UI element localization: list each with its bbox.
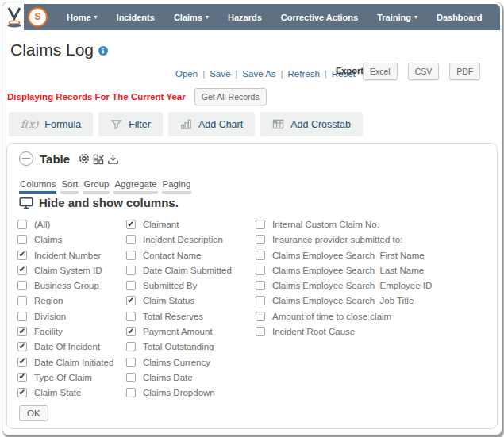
column-checkbox-row[interactable]: Submitted By — [126, 281, 232, 290]
column-checkbox[interactable] — [17, 251, 27, 260]
column-checkbox[interactable] — [126, 312, 136, 321]
column-checkbox[interactable] — [126, 358, 136, 367]
nav-menu-item[interactable]: Home ▾ — [57, 4, 107, 30]
column-checkbox-row[interactable]: Internal Custom Claim No. — [256, 220, 432, 229]
column-checkbox[interactable] — [17, 235, 27, 244]
info-icon[interactable] — [98, 46, 108, 56]
column-label: Date Claim Initiated — [34, 358, 113, 367]
column-checkbox[interactable] — [126, 373, 136, 382]
column-checkbox[interactable] — [17, 342, 27, 351]
collapse-icon[interactable] — [19, 151, 33, 166]
column-checkbox-row[interactable]: (All) — [17, 220, 113, 229]
column-checkbox[interactable] — [256, 296, 265, 305]
column-checkbox-row[interactable]: Claim State — [17, 388, 113, 397]
panel-tab[interactable]: Aggregate — [113, 179, 157, 194]
column-checkbox[interactable] — [17, 312, 27, 321]
vector-v-logo[interactable] — [4, 4, 24, 30]
column-checkbox[interactable] — [256, 220, 265, 229]
column-checkbox-row[interactable]: Type Of Claim — [17, 373, 113, 382]
column-checkbox[interactable] — [256, 281, 265, 290]
export-button[interactable]: PDF — [449, 63, 480, 80]
nav-menu-item[interactable]: Training ▾ — [367, 4, 427, 30]
column-checkbox[interactable] — [256, 312, 265, 321]
column-checkbox[interactable] — [126, 251, 136, 260]
industrysafe-badge-logo[interactable]: S — [28, 7, 48, 27]
column-checkbox-row[interactable]: Amount of time to close claim — [256, 312, 432, 321]
column-checkbox-row[interactable]: Date Claim Submitted — [126, 266, 232, 275]
column-checkbox[interactable] — [126, 342, 136, 351]
nav-menu-item[interactable]: Dashboard — [427, 4, 491, 30]
filter-button[interactable]: Filter — [98, 112, 163, 136]
column-checkbox-row[interactable]: Claims Currency — [126, 358, 232, 367]
column-checkbox-row[interactable]: Insurance provider submitted to: — [256, 235, 432, 244]
column-checkbox-row[interactable]: Date Claim Initiated — [17, 358, 113, 367]
export-button[interactable]: CSV — [408, 63, 440, 80]
column-checkbox-row[interactable]: Claimant — [126, 220, 232, 229]
column-checkbox-row[interactable]: Claims Date — [126, 373, 232, 382]
report-link[interactable]: Open — [175, 69, 198, 79]
column-checkbox-row[interactable]: Business Group — [17, 281, 113, 290]
export-button[interactable]: Excel — [363, 63, 398, 80]
column-checkbox-row[interactable]: Total Reserves — [126, 312, 232, 321]
column-checkbox-row[interactable]: Region — [17, 296, 113, 305]
nav-menu-item[interactable]: Hazards — [218, 4, 271, 30]
add-crosstab-button[interactable]: Add Crosstab — [260, 112, 363, 136]
column-checkbox-row[interactable]: Claims Employee Search Employee ID — [256, 281, 432, 290]
column-checkbox-row[interactable]: Claims Employee Search Last Name — [256, 266, 432, 275]
column-checkbox-row[interactable]: Incident Root Cause — [256, 327, 432, 336]
column-checkbox-row[interactable]: Contact Name — [126, 251, 232, 260]
formula-button[interactable]: f(x) Formula — [9, 112, 93, 136]
column-checkbox[interactable] — [256, 266, 265, 275]
column-checkbox[interactable] — [126, 388, 136, 397]
caret-down-icon: ▾ — [94, 14, 98, 21]
column-checkbox-row[interactable]: Date Of Incident — [17, 342, 113, 351]
column-checkbox[interactable] — [17, 327, 27, 336]
column-checkbox[interactable] — [126, 281, 136, 290]
panel-tab[interactable]: Group — [83, 179, 110, 194]
column-checkbox-row[interactable]: Incident Description — [126, 235, 232, 244]
column-checkbox[interactable] — [17, 220, 27, 229]
column-label: Claims Employee Search Last Name — [272, 266, 424, 275]
column-chooser-icon[interactable] — [93, 153, 105, 165]
download-icon[interactable] — [107, 153, 119, 165]
column-checkbox-row[interactable]: Incident Number — [17, 251, 113, 260]
column-checkbox[interactable] — [17, 281, 27, 290]
panel-tab[interactable]: Columns — [19, 179, 56, 194]
column-checkbox-row[interactable]: Division — [17, 312, 113, 321]
report-link[interactable]: Save As — [242, 69, 275, 79]
add-chart-button[interactable]: Add Chart — [168, 112, 255, 136]
column-checkbox-row[interactable]: Facility — [17, 327, 113, 336]
get-all-records-button[interactable]: Get All Records — [194, 88, 267, 105]
column-checkbox[interactable] — [126, 235, 136, 244]
column-checkbox[interactable] — [17, 358, 27, 367]
column-checkbox-row[interactable]: Claims Dropdown — [126, 388, 232, 397]
column-checkbox[interactable] — [126, 266, 136, 275]
column-checkbox-row[interactable]: Payment Amount — [126, 327, 232, 336]
column-checkbox[interactable] — [17, 373, 27, 382]
column-checkbox[interactable] — [17, 296, 27, 305]
column-label: (All) — [34, 220, 50, 229]
column-checkbox-row[interactable]: Claim Status — [126, 296, 232, 305]
report-link[interactable]: Refresh — [288, 69, 320, 79]
report-link[interactable]: Save — [210, 69, 230, 79]
column-checkbox[interactable] — [126, 296, 136, 305]
column-checkbox-row[interactable]: Claims Employee Search First Name — [256, 251, 432, 260]
column-checkbox[interactable] — [126, 220, 136, 229]
nav-menu-item[interactable]: Corrective Actions — [271, 4, 367, 30]
column-checkbox-row[interactable]: Claims Employee Search Job Title — [256, 296, 432, 305]
column-checkbox-row[interactable]: Claim System ID — [17, 266, 113, 275]
column-checkbox[interactable] — [256, 327, 265, 336]
nav-menu-item[interactable]: Claims ▾ — [164, 4, 218, 30]
column-checkbox[interactable] — [256, 251, 265, 260]
column-checkbox[interactable] — [17, 388, 27, 397]
settings-gear-icon[interactable] — [78, 152, 90, 165]
column-checkbox[interactable] — [126, 327, 136, 336]
column-checkbox[interactable] — [256, 235, 265, 244]
column-checkbox-row[interactable]: Claims — [17, 235, 113, 244]
column-checkbox-row[interactable]: Total Outstanding — [126, 342, 232, 351]
column-checkbox[interactable] — [17, 266, 27, 275]
panel-tab[interactable]: Paging — [162, 179, 192, 194]
ok-button[interactable]: OK — [19, 405, 48, 421]
nav-menu-item[interactable]: Incidents — [107, 4, 164, 30]
panel-tab[interactable]: Sort — [60, 179, 79, 194]
